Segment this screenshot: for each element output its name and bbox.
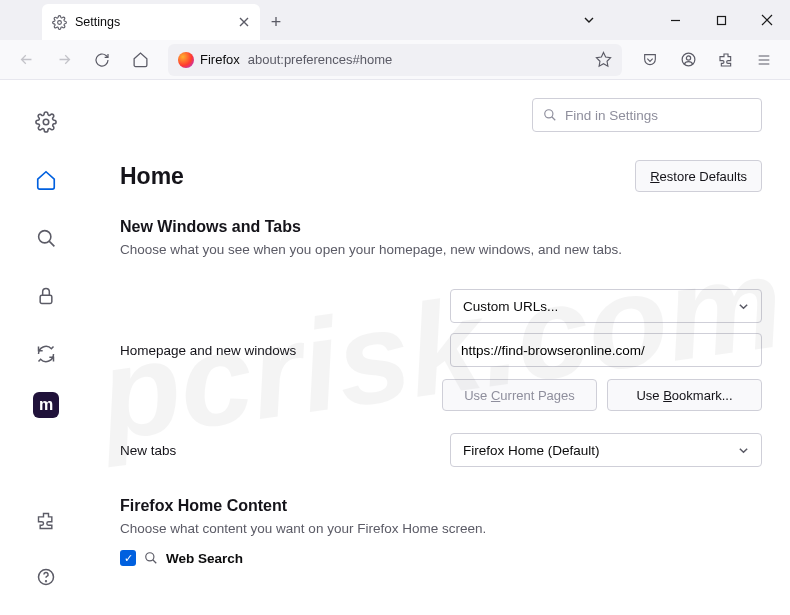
svg-rect-6 xyxy=(40,295,52,303)
settings-sidebar: m xyxy=(0,80,92,615)
gear-icon xyxy=(52,15,67,30)
close-window-button[interactable] xyxy=(744,0,790,40)
svg-point-3 xyxy=(686,56,690,60)
web-search-checkbox[interactable]: ✓ xyxy=(120,550,136,566)
url-bar[interactable]: Firefox about:preferences#home xyxy=(168,44,622,76)
svg-point-10 xyxy=(146,553,154,561)
forward-button[interactable] xyxy=(48,44,80,76)
account-icon[interactable] xyxy=(672,44,704,76)
sidebar-sync-icon[interactable] xyxy=(26,334,66,374)
sidebar-extensions-icon[interactable] xyxy=(26,501,66,541)
close-tab-icon[interactable] xyxy=(238,16,250,28)
svg-point-8 xyxy=(46,581,47,582)
homepage-mode-select[interactable]: Custom URLs... xyxy=(450,289,762,323)
homepage-label: Homepage and new windows xyxy=(120,343,450,358)
identity-label: Firefox xyxy=(200,52,240,67)
sidebar-home-icon[interactable] xyxy=(26,160,66,200)
svg-point-0 xyxy=(58,20,62,24)
pocket-icon[interactable] xyxy=(634,44,666,76)
web-search-label: Web Search xyxy=(166,551,243,566)
minimize-button[interactable] xyxy=(652,0,698,40)
svg-rect-1 xyxy=(717,16,725,24)
section-new-windows-sub: Choose what you see when you open your h… xyxy=(120,242,762,257)
new-tab-button[interactable]: + xyxy=(260,4,292,40)
page-title: Home xyxy=(120,163,184,190)
search-icon xyxy=(543,108,557,122)
sidebar-search-icon[interactable] xyxy=(26,218,66,258)
reload-button[interactable] xyxy=(86,44,118,76)
chevron-down-icon xyxy=(738,445,749,456)
firefox-icon xyxy=(178,52,194,68)
svg-point-9 xyxy=(545,110,553,118)
chevron-down-icon xyxy=(738,301,749,312)
sidebar-general-icon[interactable] xyxy=(26,102,66,142)
newtabs-value: Firefox Home (Default) xyxy=(463,443,600,458)
sidebar-more-icon[interactable]: m xyxy=(33,392,59,418)
back-button[interactable] xyxy=(10,44,42,76)
url-text: about:preferences#home xyxy=(248,52,393,67)
sidebar-privacy-icon[interactable] xyxy=(26,276,66,316)
toolbar: Firefox about:preferences#home xyxy=(0,40,790,80)
search-placeholder: Find in Settings xyxy=(565,108,658,123)
homepage-url-input[interactable] xyxy=(450,333,762,367)
star-icon[interactable] xyxy=(595,51,612,68)
titlebar: Settings + xyxy=(0,0,790,40)
use-current-pages-button[interactable]: Use Current Pages xyxy=(442,379,597,411)
use-bookmark-button[interactable]: Use Bookmark... xyxy=(607,379,762,411)
section-home-content-sub: Choose what content you want on your Fir… xyxy=(120,521,762,536)
homepage-mode-value: Custom URLs... xyxy=(463,299,558,314)
restore-defaults-button[interactable]: RRestore Defaultsestore Defaults xyxy=(635,160,762,192)
settings-content: Find in Settings Home RRestore Defaultse… xyxy=(92,80,790,615)
browser-tab[interactable]: Settings xyxy=(42,4,260,40)
section-new-windows-heading: New Windows and Tabs xyxy=(120,218,762,236)
menu-icon[interactable] xyxy=(748,44,780,76)
sidebar-help-icon[interactable] xyxy=(26,557,66,597)
maximize-button[interactable] xyxy=(698,0,744,40)
svg-point-4 xyxy=(43,119,49,125)
svg-point-5 xyxy=(38,230,50,242)
identity-box[interactable]: Firefox xyxy=(178,52,240,68)
search-icon xyxy=(144,551,158,565)
home-button[interactable] xyxy=(124,44,156,76)
newtabs-select[interactable]: Firefox Home (Default) xyxy=(450,433,762,467)
tab-title: Settings xyxy=(75,15,230,29)
find-in-settings-input[interactable]: Find in Settings xyxy=(532,98,762,132)
chevron-down-icon[interactable] xyxy=(566,0,612,40)
newtabs-label: New tabs xyxy=(120,443,450,458)
extensions-icon[interactable] xyxy=(710,44,742,76)
section-home-content-heading: Firefox Home Content xyxy=(120,497,762,515)
window-controls xyxy=(566,0,790,40)
